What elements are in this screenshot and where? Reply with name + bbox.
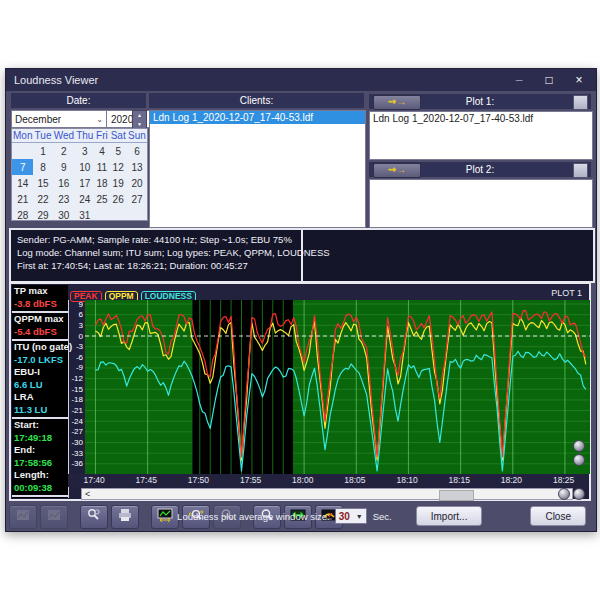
spinner-up-icon[interactable]: ▲ — [133, 111, 146, 120]
import-button[interactable]: Import... — [416, 506, 483, 526]
calendar-day[interactable]: 21 — [12, 191, 33, 207]
calendar-day[interactable]: 19 — [109, 175, 127, 191]
month-value: December — [15, 114, 61, 125]
calendar-day[interactable]: 24 — [75, 191, 95, 207]
scroll-zoom-in-button[interactable] — [558, 488, 570, 500]
calendar-day[interactable]: 2 — [53, 143, 75, 160]
y-tick-label: -30 — [66, 438, 83, 447]
y-tick-label: 6 — [66, 310, 83, 319]
avg-window-select[interactable]: 30 ▼ — [335, 508, 367, 524]
calendar-day[interactable]: 6 — [127, 143, 147, 160]
x-tick-label: 18:15 — [449, 475, 470, 485]
calendar-day[interactable]: 14 — [12, 175, 33, 191]
readout-line: QPPM max — [14, 313, 68, 326]
calendar-day[interactable]: 16 — [53, 175, 75, 191]
magpair-icon — [86, 508, 102, 526]
calendar-day[interactable]: 3 — [75, 143, 95, 160]
plot1-header: Plot 1: ⇝→ — [369, 94, 591, 109]
y-tick-label: -18 — [66, 395, 83, 404]
close-button[interactable]: Close — [530, 506, 586, 526]
plot1-list[interactable]: Ldn Log 1_2020-12-07_17-40-53.ldf — [369, 111, 593, 160]
loudness-plot[interactable] — [85, 300, 590, 474]
clients-list[interactable]: Ldn Log 1_2020-12-07_17-40-53.ldf — [149, 110, 366, 228]
calendar[interactable]: MonTueWedThuFriSatSun1234567891011121314… — [11, 128, 148, 221]
readout-line: -17.0 LKFS — [14, 354, 68, 367]
calendar-day[interactable]: 23 — [53, 191, 75, 207]
maximize-button[interactable]: □ — [542, 73, 556, 87]
zoom-out-plot-button[interactable] — [573, 454, 585, 466]
readout-group: Start:17:49:18End:17:58:56Length:00:09:3… — [12, 419, 68, 497]
calendar-day[interactable]: 13 — [127, 159, 147, 175]
calendar-day[interactable]: 31 — [75, 207, 95, 223]
calendar-day[interactable]: 20 — [127, 175, 147, 191]
calendar-day[interactable]: 11 — [95, 159, 110, 175]
readout-line: ITU (no gate) — [14, 341, 68, 354]
calendar-day[interactable]: 30 — [53, 207, 75, 223]
calendar-day[interactable]: 12 — [109, 159, 127, 175]
inspect-button[interactable] — [80, 505, 108, 529]
x-tick-label: 17:55 — [240, 475, 261, 485]
y-tick-label: -33 — [66, 449, 83, 458]
x-tick-label: 18:05 — [344, 475, 365, 485]
calendar-day[interactable]: 10 — [75, 159, 95, 175]
plot2-list[interactable] — [369, 179, 593, 228]
calendar-day[interactable] — [12, 143, 33, 160]
minimize-button[interactable]: – — [512, 73, 526, 87]
readout-line: TP max — [14, 285, 68, 298]
calendar-day[interactable]: 4 — [95, 143, 110, 160]
avg-window-label: Loudness plot average window size: — [177, 511, 330, 522]
plot-scrollbar[interactable]: < > — [81, 488, 573, 500]
calendar-day[interactable] — [127, 207, 147, 223]
print-button[interactable] — [111, 505, 139, 529]
readout-line: 6.6 LU — [14, 379, 68, 392]
assign-to-plot2-button[interactable]: ⇝→ — [373, 163, 421, 178]
y-tick-label: 0 — [66, 332, 83, 341]
fit-screen-button[interactable] — [151, 505, 179, 529]
calendar-day[interactable]: 8 — [33, 159, 52, 175]
assign-to-plot1-button[interactable]: ⇝→ — [373, 95, 421, 110]
year-spinner[interactable]: ▲ ▼ — [132, 110, 147, 130]
zoom-in-plot-button[interactable] — [573, 440, 585, 452]
y-tick-label: -15 — [66, 385, 83, 394]
scroll-zoom-out-button[interactable] — [573, 488, 585, 500]
date-section-header: Date: — [11, 93, 146, 108]
next-log-button — [40, 505, 68, 529]
measurement-readouts: TP max-3.8 dbFSQPPM max-5.4 dbFSITU (no … — [12, 285, 69, 498]
list-item[interactable]: Ldn Log 1_2020-12-07_17-40-53.ldf — [370, 112, 592, 125]
calendar-day[interactable]: 1 — [33, 143, 52, 160]
y-tick-label: 9 — [66, 300, 83, 309]
calendar-day[interactable]: 28 — [12, 207, 33, 223]
list-item[interactable]: Ldn Log 1_2020-12-07_17-40-53.ldf — [150, 111, 365, 124]
scroll-left-icon[interactable]: < — [85, 489, 90, 500]
prev-log-button — [9, 505, 37, 529]
y-tick-label: -12 — [66, 374, 83, 383]
plot1-clear-button[interactable] — [573, 95, 588, 110]
readout-line: EBU-I — [14, 366, 68, 379]
calendar-day[interactable]: 9 — [53, 159, 75, 175]
calendar-day[interactable]: 5 — [109, 143, 127, 160]
window-title: Loudness Viewer — [14, 74, 98, 86]
calendar-day[interactable] — [109, 207, 127, 223]
calendar-day[interactable]: 17 — [75, 175, 95, 191]
calendar-day[interactable]: 18 — [95, 175, 110, 191]
y-tick-label: -24 — [66, 417, 83, 426]
clients-section-header: Clients: — [149, 93, 364, 108]
calendar-day[interactable]: 26 — [109, 191, 127, 207]
avg-window-unit: Sec. — [373, 511, 392, 522]
month-select[interactable]: December ⌄ — [11, 110, 107, 128]
info-line: Log mode: Channel sum; ITU sum; Log type… — [17, 246, 295, 259]
calendar-day[interactable]: 15 — [33, 175, 52, 191]
calendar-day[interactable]: 27 — [127, 191, 147, 207]
calendar-day[interactable]: 25 — [95, 191, 110, 207]
plot2-clear-button[interactable] — [573, 163, 588, 178]
title-bar[interactable]: Loudness Viewer – □ × — [6, 69, 596, 91]
calendar-day[interactable]: 29 — [33, 207, 52, 223]
readout-line: Length: — [14, 469, 68, 482]
calendar-day[interactable] — [95, 207, 110, 223]
close-window-button[interactable]: × — [572, 73, 586, 87]
x-tick-label: 18:00 — [292, 475, 313, 485]
calendar-day[interactable]: 22 — [33, 191, 52, 207]
scrollbar-thumb[interactable] — [439, 490, 474, 501]
calendar-day[interactable]: 7 — [12, 159, 33, 175]
info-line: First at: 17:40:54; Last at: 18:26:21; D… — [17, 259, 295, 272]
